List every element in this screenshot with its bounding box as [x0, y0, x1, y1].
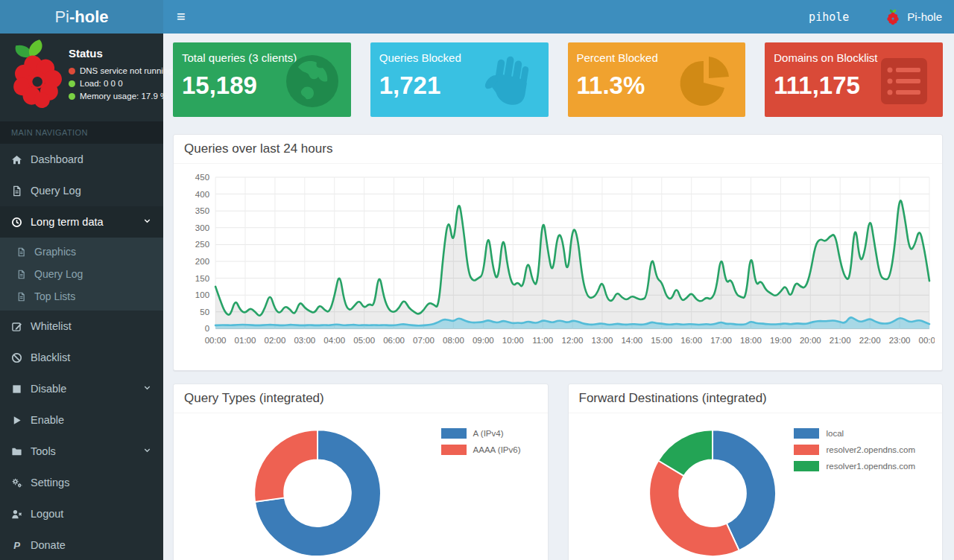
folder-icon — [11, 446, 22, 457]
sidebar-item-label: Whitelist — [31, 320, 72, 332]
sidebar-submenu: GraphicsQuery LogTop Lists — [0, 238, 163, 311]
sidebar: Status DNS service not runningLoad: 0 0 … — [0, 34, 163, 560]
sidebar-item-enable[interactable]: Enable — [0, 404, 163, 436]
svg-text:13:00: 13:00 — [592, 336, 613, 345]
sidebar-subitem-label: Graphics — [34, 246, 76, 258]
status-text: Load: 0 0 0 — [80, 79, 123, 88]
list-icon — [874, 51, 934, 111]
nav-section-label: MAIN NAVIGATION — [0, 121, 163, 144]
svg-text:300: 300 — [195, 223, 209, 232]
legend-swatch — [794, 445, 819, 455]
legend-swatch — [441, 428, 467, 439]
gears-icon — [11, 477, 22, 489]
sidebar-subitem-top-lists[interactable]: Top Lists — [0, 285, 163, 308]
stop-icon — [11, 384, 22, 395]
queries-chart-title: Queries over last 24 hours — [184, 141, 332, 156]
sidebar-item-disable[interactable]: Disable — [0, 373, 163, 404]
svg-text:06:00: 06:00 — [383, 336, 405, 345]
svg-text:50: 50 — [200, 308, 209, 316]
legend-item-local[interactable]: local — [794, 428, 915, 439]
svg-text:15:00: 15:00 — [651, 336, 672, 345]
legend-label: AAAA (IPv6) — [473, 445, 521, 454]
svg-text:02:00: 02:00 — [265, 336, 286, 345]
logo-text-light: Pi — [54, 7, 69, 27]
sidebar-item-label: Logout — [31, 508, 63, 520]
sidebar-toggle-icon[interactable]: ≡ — [163, 0, 199, 34]
query-types-chart: A (IPv4)AAAA (IPv6) — [174, 413, 548, 560]
brand-label: Pi-hole — [907, 10, 942, 23]
home-icon — [11, 154, 22, 165]
query-types-box: Query Types (integrated) A (IPv4)AAAA (I… — [173, 384, 549, 560]
chev-icon — [142, 445, 152, 455]
svg-text:19:00: 19:00 — [770, 336, 792, 345]
svg-text:450: 450 — [195, 173, 209, 182]
legend-item-a-ipv4[interactable]: A (IPv4) — [441, 428, 521, 439]
paypal-icon: P — [11, 540, 22, 551]
globe-icon — [282, 51, 342, 111]
stat-card-domains-on-blocklist: Domains on Blocklist111,175 — [765, 42, 943, 117]
svg-text:16:00: 16:00 — [680, 336, 702, 345]
stat-card-queries-blocked: Queries Blocked1,721 — [370, 42, 549, 117]
sidebar-item-logout[interactable]: Logout — [0, 498, 163, 529]
legend-item-aaaa-ipv6[interactable]: AAAA (IPv6) — [441, 445, 521, 455]
legend-label: A (IPv4) — [473, 429, 504, 438]
ban-icon — [11, 352, 22, 363]
svg-text:12:00: 12:00 — [562, 336, 584, 345]
svg-text:08:00: 08:00 — [443, 336, 464, 345]
sidebar-item-donate[interactable]: PDonate — [0, 529, 163, 560]
svg-text:03:00: 03:00 — [294, 336, 315, 345]
legend-label: resolver2.opendns.com — [826, 445, 915, 454]
svg-text:350: 350 — [195, 206, 209, 215]
raspberry-logo — [0, 32, 79, 118]
sidebar-item-label: Settings — [31, 477, 69, 489]
clock-icon — [11, 217, 22, 228]
sidebar-item-query-log[interactable]: Query Log — [0, 175, 163, 206]
line-chart-svg: 05010015020025030035040045000:0001:0002:… — [181, 170, 935, 363]
stat-card-percent-blocked: Percent Blocked11.3% — [568, 42, 746, 117]
svg-text:400: 400 — [195, 190, 209, 199]
sidebar-subitem-query-log[interactable]: Query Log — [0, 263, 163, 285]
hostname-label: pihole — [809, 10, 849, 24]
legend-swatch — [441, 445, 467, 455]
sidebar-item-label: Donate — [31, 539, 66, 551]
sidebar-item-label: Disable — [31, 383, 66, 395]
sidebar-item-long-term-data[interactable]: Long term data — [0, 206, 163, 238]
sidebar-subitem-graphics[interactable]: Graphics — [0, 241, 163, 263]
svg-text:20:00: 20:00 — [800, 336, 821, 345]
legend-swatch — [794, 428, 819, 439]
svg-text:10:00: 10:00 — [502, 336, 524, 345]
logo-text-bold: -hole — [69, 7, 109, 27]
app-logo[interactable]: Pi-hole — [0, 0, 163, 34]
sidebar-item-blacklist[interactable]: Blacklist — [0, 342, 163, 373]
user-times-icon — [11, 509, 22, 520]
svg-text:04:00: 04:00 — [323, 336, 345, 345]
svg-text:200: 200 — [195, 257, 209, 266]
navbar: ≡ pihole Pi-hole — [163, 0, 954, 34]
sidebar-item-label: Enable — [31, 414, 64, 426]
query-types-title: Query Types (integrated) — [184, 391, 324, 405]
legend-item-resolver1-opendns-com[interactable]: resolver1.opendns.com — [794, 461, 915, 471]
svg-text:07:00: 07:00 — [413, 336, 435, 345]
pihole-brand-link[interactable]: Pi-hole — [885, 9, 942, 25]
chev-icon — [142, 216, 152, 226]
file-icon — [16, 292, 26, 302]
sidebar-item-dashboard[interactable]: Dashboard — [0, 144, 163, 175]
sidebar-item-tools[interactable]: Tools — [0, 436, 163, 467]
svg-text:01:00: 01:00 — [235, 336, 256, 345]
legend-label: resolver1.opendns.com — [826, 462, 915, 471]
status-panel: Status DNS service not runningLoad: 0 0 … — [0, 34, 163, 121]
sidebar-item-label: Blacklist — [31, 351, 70, 363]
svg-text:22:00: 22:00 — [859, 336, 881, 345]
forward-destinations-chart: localresolver2.opendns.comresolver1.open… — [569, 413, 943, 560]
svg-text:11:00: 11:00 — [532, 336, 553, 345]
svg-text:21:00: 21:00 — [830, 336, 851, 345]
status-text: Memory usage: 17.9 % — [80, 92, 168, 101]
forward-destinations-title: Forward Destinations (integrated) — [579, 391, 767, 405]
sidebar-item-settings[interactable]: Settings — [0, 467, 163, 498]
sidebar-item-whitelist[interactable]: Whitelist — [0, 311, 163, 342]
chart-legend: A (IPv4)AAAA (IPv6) — [441, 428, 521, 461]
main-content: Total queries (3 clients)15,189Queries B… — [163, 34, 954, 560]
chev-icon — [142, 383, 152, 392]
legend-item-resolver2-opendns-com[interactable]: resolver2.opendns.com — [794, 445, 915, 455]
status-line-2: Memory usage: 17.9 % — [69, 92, 173, 101]
